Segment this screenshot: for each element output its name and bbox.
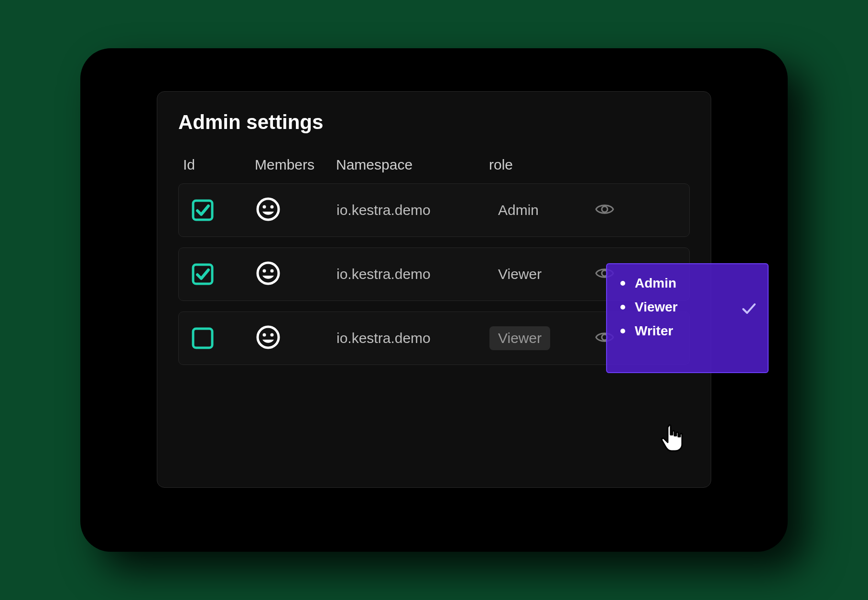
- member-avatar: [255, 324, 336, 352]
- col-header-members: Members: [255, 157, 336, 173]
- svg-rect-0: [193, 201, 212, 220]
- svg-point-12: [263, 333, 266, 337]
- bullet-icon: [620, 281, 625, 286]
- col-header-id: Id: [183, 157, 255, 173]
- dropdown-option-admin[interactable]: Admin: [620, 276, 754, 291]
- dropdown-option-writer[interactable]: Writer: [620, 323, 754, 339]
- row-checkbox[interactable]: [191, 327, 214, 350]
- role-select[interactable]: Viewer: [489, 326, 550, 350]
- page-title: Admin settings: [178, 111, 690, 134]
- svg-point-11: [258, 327, 279, 348]
- role-select[interactable]: Admin: [489, 198, 547, 222]
- checkbox-checked-icon: [191, 263, 214, 286]
- svg-point-4: [602, 206, 608, 212]
- svg-point-8: [271, 269, 274, 273]
- table-row: io.kestra.demo Admin: [178, 183, 690, 237]
- smiley-icon: [255, 260, 281, 286]
- svg-rect-5: [193, 265, 212, 284]
- eye-icon: [595, 199, 615, 219]
- svg-point-7: [263, 269, 266, 273]
- dropdown-option-label: Viewer: [635, 300, 678, 315]
- namespace-cell: io.kestra.demo: [336, 330, 489, 346]
- svg-point-3: [271, 205, 274, 209]
- pointer-cursor-icon: [659, 423, 685, 455]
- checkbox-unchecked-icon: [191, 327, 214, 350]
- smiley-icon: [255, 196, 281, 222]
- member-avatar: [255, 260, 336, 288]
- table-header-row: Id Members Namespace role: [178, 157, 690, 183]
- dropdown-option-label: Admin: [635, 276, 676, 291]
- svg-point-1: [258, 199, 279, 220]
- role-dropdown-menu: Admin Viewer Writer: [606, 263, 769, 373]
- row-checkbox[interactable]: [191, 263, 214, 286]
- dropdown-option-viewer[interactable]: Viewer: [620, 300, 754, 315]
- namespace-cell: io.kestra.demo: [336, 266, 489, 282]
- svg-rect-10: [193, 329, 212, 348]
- bullet-icon: [620, 329, 625, 333]
- card-background: Admin settings Id Members Namespace role: [80, 48, 788, 552]
- smiley-icon: [255, 324, 281, 350]
- svg-point-13: [271, 333, 274, 337]
- check-icon: [741, 300, 757, 320]
- row-checkbox[interactable]: [191, 199, 214, 222]
- col-header-namespace: Namespace: [336, 157, 489, 173]
- bullet-icon: [620, 305, 625, 310]
- view-button[interactable]: [595, 199, 638, 221]
- namespace-cell: io.kestra.demo: [336, 202, 489, 218]
- member-avatar: [255, 196, 336, 224]
- checkbox-checked-icon: [191, 199, 214, 222]
- svg-point-6: [258, 263, 279, 284]
- dropdown-option-label: Writer: [635, 323, 673, 339]
- svg-point-2: [263, 205, 266, 209]
- role-select[interactable]: Viewer: [489, 262, 550, 286]
- col-header-role: role: [489, 157, 594, 173]
